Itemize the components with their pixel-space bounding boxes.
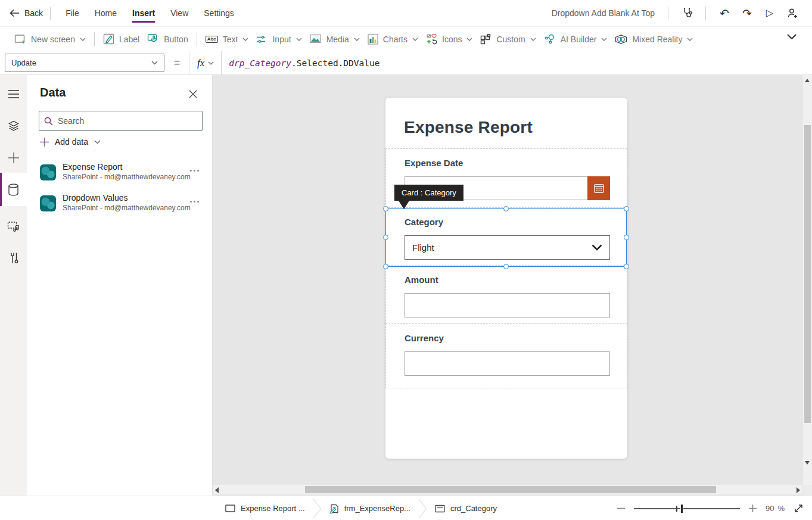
preview-play-icon[interactable]: ▷: [758, 2, 781, 24]
scrollbar-corner: [803, 485, 812, 496]
vertical-scrollbar[interactable]: [803, 75, 812, 485]
insert-plus-icon[interactable]: [0, 146, 27, 170]
new-screen-button[interactable]: New screen: [14, 34, 86, 45]
formula-input[interactable]: drp_Category.Selected.DDValue: [222, 58, 379, 68]
breadcrumb-screen[interactable]: Expense Report ...: [217, 504, 313, 513]
zoom-slider[interactable]: [634, 508, 740, 509]
plus-icon: [40, 138, 49, 147]
field-label: Expense Date: [405, 158, 463, 168]
calendar-icon[interactable]: [587, 176, 610, 200]
close-icon[interactable]: [186, 87, 200, 101]
app-checker-icon[interactable]: [676, 2, 698, 24]
media-menu[interactable]: Media: [310, 34, 360, 44]
property-selector[interactable]: Update: [5, 54, 164, 72]
form-title: Expense Report: [404, 118, 533, 137]
formula-bar: Update = fx drp_Category.Selected.DDValu…: [0, 51, 812, 75]
scroll-up-icon[interactable]: [805, 79, 810, 82]
hamburger-menu-icon[interactable]: [0, 82, 27, 106]
zoom-out-icon[interactable]: [617, 507, 625, 509]
chevron-down-icon: [592, 244, 602, 251]
chevron-down-icon: [208, 61, 214, 65]
redo-icon[interactable]: ↷: [736, 2, 758, 24]
charts-menu[interactable]: Charts: [368, 34, 418, 45]
more-options-icon[interactable]: [188, 167, 201, 174]
tree-view-icon[interactable]: [0, 114, 27, 138]
amount-input[interactable]: [405, 293, 610, 317]
menu-file[interactable]: File: [58, 0, 87, 26]
label-icon: [103, 33, 114, 45]
text-label: Text: [223, 35, 238, 44]
datasource-connection: SharePoint - md@matthewdevaney.com: [63, 204, 191, 212]
new-screen-label: New screen: [31, 35, 75, 44]
scroll-right-icon[interactable]: [797, 487, 800, 493]
formula-rest: .Selected.DDValue: [291, 58, 379, 68]
scroll-down-icon[interactable]: [805, 461, 810, 465]
fx-selector[interactable]: fx: [189, 51, 222, 74]
menu-insert[interactable]: Insert: [125, 0, 163, 26]
breadcrumb-form[interactable]: frm_ExpenseRep...: [322, 504, 418, 513]
add-data-button[interactable]: Add data: [40, 137, 101, 147]
sharepoint-icon: [40, 195, 56, 211]
breadcrumb-separator: [313, 497, 322, 520]
zoom-value: 90: [766, 504, 774, 513]
zoom-unit: %: [777, 504, 785, 513]
search-input[interactable]: [58, 116, 197, 126]
back-button[interactable]: Back: [10, 8, 43, 18]
button-icon: [147, 33, 159, 45]
search-box: [39, 111, 203, 131]
datasource-dropdown-values[interactable]: Dropdown Values SharePoint - md@matthewd…: [27, 192, 212, 223]
field-label: Amount: [405, 275, 438, 285]
more-options-icon[interactable]: [188, 198, 201, 205]
text-menu[interactable]: Abc Text: [206, 35, 249, 44]
breadcrumb: Expense Report ... frm_ExpenseRep... crd…: [217, 496, 505, 520]
fit-to-window-icon[interactable]: [794, 503, 804, 513]
divider: [668, 7, 668, 20]
horizontal-scroll-thumb[interactable]: [305, 486, 716, 493]
custom-label: Custom: [496, 35, 525, 44]
horizontal-scrollbar[interactable]: [213, 485, 802, 494]
mixed-reality-menu[interactable]: Mixed Reality: [615, 34, 693, 45]
menu-home[interactable]: Home: [87, 0, 125, 26]
card-icon: [435, 505, 445, 513]
status-bar: Expense Report ... frm_ExpenseRep... crd…: [0, 496, 812, 520]
menu-settings[interactable]: Settings: [196, 0, 242, 26]
breadcrumb-card[interactable]: crd_Category: [427, 504, 505, 513]
card-amount[interactable]: Amount: [385, 265, 627, 324]
button-button[interactable]: Button: [147, 33, 188, 45]
data-panel-title: Data: [40, 86, 66, 99]
zoom-slider-handle[interactable]: [680, 504, 683, 513]
edit-form[interactable]: Expense Report Expense Date Category Fli…: [385, 98, 627, 459]
category-dropdown[interactable]: Flight: [405, 235, 610, 260]
datasource-connection: SharePoint - md@matthewdevaney.com: [63, 173, 191, 181]
add-data-label: Add data: [55, 137, 88, 147]
datasource-expense-report[interactable]: Expense Report SharePoint - md@matthewde…: [27, 161, 212, 192]
card-category[interactable]: Category Flight: [385, 207, 627, 266]
advanced-tools-icon[interactable]: [0, 246, 27, 270]
fx-icon: fx: [197, 57, 204, 69]
ai-builder-menu[interactable]: AI Builder: [544, 33, 608, 45]
label-button[interactable]: Label: [103, 33, 139, 45]
screen-icon: [225, 505, 235, 512]
card-currency[interactable]: Currency: [385, 323, 627, 388]
back-arrow-icon: [10, 9, 20, 17]
menu-view[interactable]: View: [163, 0, 196, 26]
vertical-scroll-thumb[interactable]: [804, 125, 811, 423]
zoom-in-icon[interactable]: [749, 505, 757, 512]
scroll-left-icon[interactable]: [215, 487, 219, 493]
divider: [705, 7, 706, 20]
undo-icon[interactable]: ↶: [713, 2, 736, 24]
ribbon-collapse-icon[interactable]: [787, 34, 797, 39]
ai-builder-label: AI Builder: [561, 35, 597, 44]
selection-tooltip: Card : Category: [394, 185, 463, 201]
currency-input[interactable]: [405, 351, 610, 376]
data-rail-icon[interactable]: [0, 173, 27, 206]
charts-label: Charts: [383, 35, 407, 44]
share-user-icon[interactable]: [781, 2, 804, 24]
breadcrumb-label: frm_ExpenseRep...: [344, 504, 410, 513]
media-rail-icon[interactable]: [0, 214, 27, 238]
breadcrumb-separator: [418, 497, 427, 520]
zoom-percentage: 90 %: [766, 504, 785, 513]
input-menu[interactable]: Input: [256, 34, 301, 45]
custom-menu[interactable]: Custom: [480, 34, 536, 45]
icons-menu[interactable]: Icons: [426, 33, 472, 45]
